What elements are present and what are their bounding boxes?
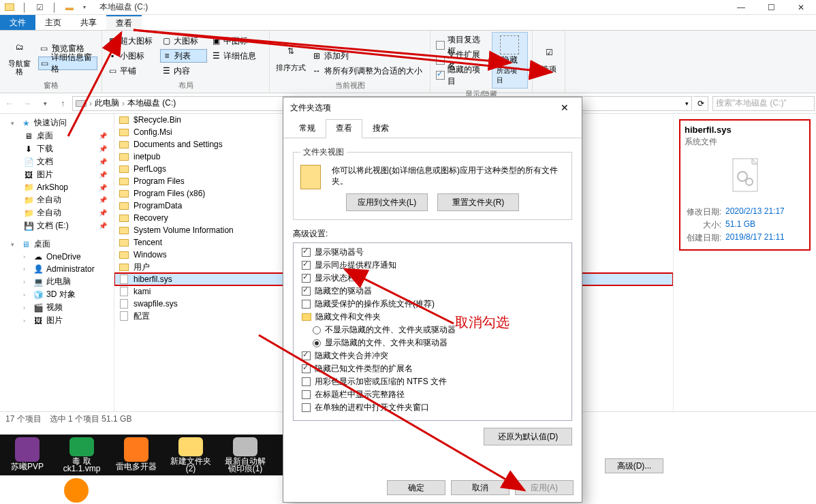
ok-button[interactable]: 确定 (387, 480, 445, 495)
adv-setting-item[interactable]: 在标题栏中显示完整路径 (296, 388, 569, 401)
adv-setting-item[interactable]: 隐藏已知文件类型的扩展名 (296, 362, 569, 375)
checkbox-icon[interactable] (302, 390, 311, 399)
checkbox-icon[interactable] (302, 377, 311, 386)
taskbar-item[interactable]: 苏曦PVP (7, 437, 48, 473)
checkbox-icon[interactable] (302, 403, 311, 412)
folder-icon (119, 151, 129, 162)
hidden-items-toggle[interactable]: 隐藏的项目 (435, 69, 489, 82)
apply-button[interactable]: 应用(A) (515, 480, 574, 495)
taskbar-fragment: 苏曦PVP毒 取ck1.1.vmp雷电多开器新建文件夹 (2)最新自动解锁印痕(… (0, 435, 283, 475)
dialog-tab-view[interactable]: 查看 (326, 119, 362, 138)
view-medium[interactable]: ▣中图标 (210, 34, 265, 48)
sort-button[interactable]: ⇅ 排序方式 (274, 39, 308, 73)
addcol-button[interactable]: ⊞添加列 (311, 49, 424, 63)
view-small[interactable]: ▪小图标 (106, 49, 157, 63)
tree-item[interactable]: 📁ArkShop📌 (0, 181, 114, 193)
checkbox-icon[interactable] (302, 261, 311, 270)
tree-item[interactable]: ›🧊3D 对象 (0, 288, 114, 301)
tree-item[interactable]: ›👤Administrator (0, 263, 114, 275)
drive-icon (76, 100, 87, 107)
radio-icon[interactable] (313, 326, 321, 334)
tree-item[interactable]: 📁全自动📌 (0, 193, 114, 206)
up-button[interactable]: ↑ (54, 95, 71, 112)
checkbox-icon[interactable] (302, 274, 311, 283)
view-large[interactable]: ▢大图标 (160, 34, 207, 48)
tree-item[interactable]: ›🖼图片 (0, 314, 114, 327)
checkbox-icon[interactable] (302, 351, 311, 360)
item-icon: 👤 (33, 264, 44, 274)
checkbox-icon[interactable] (302, 248, 311, 257)
adv-setting-item[interactable]: 显示驱动器号 (296, 246, 569, 259)
minimize-button[interactable]: — (726, 0, 756, 15)
refresh-button[interactable]: ⟳ (693, 96, 708, 111)
folder-icon (119, 237, 129, 248)
view-list[interactable]: ≡列表 (160, 49, 207, 63)
dialog-tab-general[interactable]: 常规 (289, 119, 326, 138)
details-pane-button[interactable]: ▭详细信息窗格 (38, 57, 97, 70)
close-button[interactable]: ✕ (786, 0, 816, 15)
view-tiles[interactable]: ▭平铺 (106, 64, 157, 78)
autofit-button[interactable]: ↔将所有列调整为合适的大小 (311, 64, 424, 78)
taskbar-item[interactable]: 新建文件夹 (2) (170, 437, 211, 473)
dialog-tab-search[interactable]: 搜索 (362, 119, 399, 138)
addr-dropdown[interactable]: ▾ (685, 100, 689, 107)
taskbar-item[interactable]: 毒 取ck1.1.vmp (61, 437, 102, 473)
checkbox-icon[interactable] (302, 364, 311, 373)
tree-item[interactable]: ⬇下载📌 (0, 142, 114, 155)
tab-file[interactable]: 文件 (0, 15, 35, 30)
hide-selected-button[interactable]: 隐藏 所选项目 (492, 32, 528, 89)
radio-icon[interactable] (313, 339, 321, 347)
options-button[interactable]: ☑ 选项 (537, 40, 561, 74)
adv-setting-item[interactable]: 隐藏文件夹合并冲突 (296, 349, 569, 362)
tree-item[interactable]: 📄文档📌 (0, 155, 114, 168)
tree-item[interactable]: ›☁OneDrive (0, 251, 114, 263)
breadcrumb[interactable]: 本地磁盘 (C:) (127, 97, 176, 109)
breadcrumb[interactable]: 此电脑 (95, 97, 119, 109)
tree-item[interactable]: ›💻此电脑 (0, 275, 114, 288)
checkbox-icon[interactable]: ☑ (33, 1, 46, 14)
tree-item[interactable]: 🖥桌面📌 (0, 129, 114, 142)
checkbox-icon[interactable] (302, 287, 311, 296)
tree-item[interactable]: ›🎬视频 (0, 301, 114, 314)
advanced-settings-list[interactable]: 显示驱动器号显示同步提供程序通知显示状态栏隐藏空的驱动器隐藏受保护的操作系统文件… (293, 242, 572, 421)
restore-defaults-button[interactable]: 还原为默认值(D) (484, 428, 572, 445)
adv-setting-item[interactable]: 在单独的进程中打开文件夹窗口 (296, 401, 569, 414)
adv-setting-item[interactable]: 隐藏文件和文件夹 (296, 311, 569, 324)
checkbox-icon[interactable] (302, 300, 311, 309)
adv-setting-item[interactable]: 用彩色显示加密或压缩的 NTFS 文件 (296, 375, 569, 388)
search-input[interactable]: 搜索"本地磁盘 (C:)" (712, 96, 815, 111)
item-icon: 🖼 (33, 315, 44, 326)
apply-to-folders-button[interactable]: 应用到文件夹(L) (346, 193, 428, 211)
adv-setting-item[interactable]: 隐藏空的驱动器 (296, 285, 569, 298)
taskbar-item[interactable]: 最新自动解锁印痕(1) (225, 437, 266, 473)
cancel-button[interactable]: 取消 (451, 480, 509, 495)
adv-setting-item[interactable]: 不显示隐藏的文件、文件夹或驱动器 (296, 324, 569, 336)
tree-item[interactable]: 📁全自动📌 (0, 206, 114, 219)
adv-setting-item[interactable]: 显示同步提供程序通知 (296, 259, 569, 272)
tree-item[interactable]: 💾文档 (E:)📌 (0, 219, 114, 232)
tree-item[interactable]: 🖼图片📌 (0, 168, 114, 181)
view-content[interactable]: ☰内容 (160, 64, 207, 78)
view-details[interactable]: ☰详细信息 (210, 49, 265, 63)
forward-button[interactable]: → (19, 95, 35, 112)
tab-view[interactable]: 查看 (106, 15, 142, 30)
dialog-close-button[interactable]: ✕ (554, 97, 575, 118)
back-button[interactable]: ← (1, 95, 18, 112)
adv-setting-item[interactable]: 显示隐藏的文件、文件夹和驱动器 (296, 336, 569, 349)
tree-desktop[interactable]: ▾🖥桌面 (0, 238, 114, 251)
tab-share[interactable]: 共享 (71, 15, 106, 30)
tab-home[interactable]: 主页 (35, 15, 71, 30)
maximize-button[interactable]: ☐ (756, 0, 786, 15)
folder-icon (3, 1, 16, 14)
adv-setting-item[interactable]: 隐藏受保护的操作系统文件(推荐) (296, 298, 569, 311)
taskbar-item[interactable]: 雷电多开器 (116, 437, 157, 473)
recent-dropdown[interactable]: ▾ (37, 95, 53, 112)
tree-quick-access[interactable]: ▾★快速访问 (0, 116, 114, 129)
view-xlarge[interactable]: ▦超大图标 (106, 34, 157, 48)
adv-setting-item[interactable]: 显示状态栏 (296, 272, 569, 285)
advanced-button[interactable]: 高级(D)... (605, 458, 663, 473)
folder-icon (119, 176, 129, 187)
qat-dropdown[interactable]: ▾ (78, 1, 91, 14)
reset-folders-button[interactable]: 重置文件夹(R) (437, 193, 519, 211)
nav-pane-button[interactable]: 🗂 导航窗格 (4, 35, 35, 77)
